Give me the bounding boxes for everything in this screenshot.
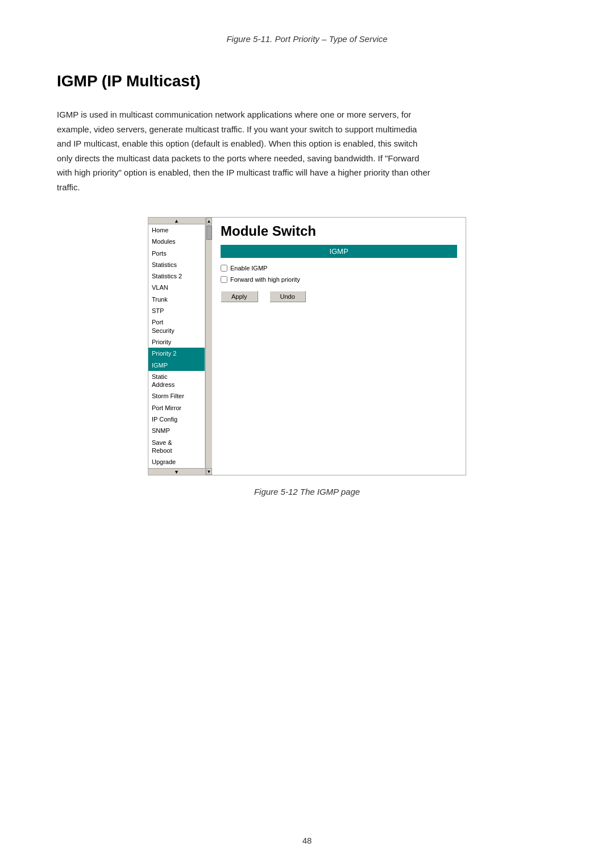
forward-priority-checkbox[interactable] bbox=[221, 276, 227, 283]
sidebar-item-statistics[interactable]: Statistics bbox=[148, 259, 205, 270]
sidebar-item-trunk[interactable]: Trunk bbox=[148, 294, 205, 305]
enable-igmp-row: Enable IGMP bbox=[221, 265, 457, 272]
main-content-area: Module Switch IGMP Enable IGMP Forward w… bbox=[212, 218, 466, 475]
sidebar: ▲ Home Modules Ports Statistics Statisti… bbox=[148, 218, 205, 475]
sidebar-item-snmp[interactable]: SNMP bbox=[148, 425, 205, 436]
sidebar-item-home[interactable]: Home bbox=[148, 224, 205, 236]
section-heading: IGMP (IP Multicast) bbox=[57, 72, 557, 90]
page-container: Figure 5-11. Port Priority – Type of Ser… bbox=[0, 0, 614, 868]
scrollbar-thumb[interactable] bbox=[206, 226, 212, 240]
sidebar-item-stp[interactable]: STP bbox=[148, 305, 205, 316]
sidebar-item-igmp[interactable]: IGMP bbox=[148, 360, 205, 371]
apply-button[interactable]: Apply bbox=[221, 291, 258, 302]
sidebar-item-ports[interactable]: Ports bbox=[148, 248, 205, 259]
screenshot-box: ▲ Home Modules Ports Statistics Statisti… bbox=[148, 217, 466, 475]
scroll-up-indicator: ▲ bbox=[148, 218, 205, 224]
undo-button[interactable]: Undo bbox=[269, 291, 306, 302]
enable-igmp-label: Enable IGMP bbox=[230, 265, 267, 272]
sidebar-item-vlan[interactable]: VLAN bbox=[148, 282, 205, 293]
module-switch-title: Module Switch bbox=[221, 223, 457, 239]
sidebar-item-ip-config[interactable]: IP Config bbox=[148, 414, 205, 425]
page-number: 48 bbox=[302, 836, 312, 845]
body-text: IGMP is used in multicast communication … bbox=[57, 107, 432, 194]
forward-priority-row: Forward with high priority bbox=[221, 276, 457, 283]
sidebar-item-priority[interactable]: Priority bbox=[148, 336, 205, 348]
top-figure-caption: Figure 5-11. Port Priority – Type of Ser… bbox=[57, 34, 557, 44]
bottom-figure-caption: Figure 5-12 The IGMP page bbox=[57, 487, 557, 496]
forward-priority-label: Forward with high priority bbox=[230, 276, 300, 283]
scrollbar-up-arrow[interactable]: ▲ bbox=[206, 218, 212, 224]
sidebar-item-priority2[interactable]: Priority 2 bbox=[148, 348, 205, 359]
scrollbar-down-arrow[interactable]: ▼ bbox=[206, 468, 212, 475]
igmp-panel-header: IGMP bbox=[221, 245, 457, 258]
sidebar-item-statistics2[interactable]: Statistics 2 bbox=[148, 270, 205, 282]
sidebar-item-port-security[interactable]: PortSecurity bbox=[148, 316, 205, 336]
sidebar-item-static-address[interactable]: StaticAddress bbox=[148, 371, 205, 391]
scrollbar[interactable]: ▲ ▼ bbox=[205, 218, 212, 475]
button-row: Apply Undo bbox=[221, 291, 457, 302]
scroll-down-indicator: ▼ bbox=[148, 468, 205, 475]
sidebar-item-save-reboot[interactable]: Save &Reboot bbox=[148, 437, 205, 457]
sidebar-item-port-mirror[interactable]: Port Mirror bbox=[148, 402, 205, 414]
enable-igmp-checkbox[interactable] bbox=[221, 265, 227, 272]
sidebar-item-modules[interactable]: Modules bbox=[148, 236, 205, 247]
screenshot-wrapper: ▲ Home Modules Ports Statistics Statisti… bbox=[57, 217, 557, 475]
sidebar-item-storm-filter[interactable]: Storm Filter bbox=[148, 390, 205, 402]
sidebar-item-upgrade[interactable]: Upgrade bbox=[148, 456, 205, 468]
